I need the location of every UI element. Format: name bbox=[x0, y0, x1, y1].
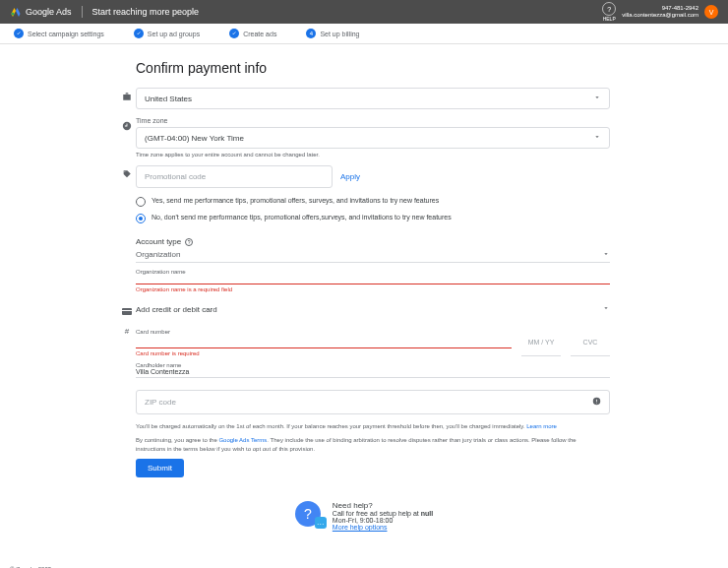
svg-point-0 bbox=[12, 13, 15, 16]
card-number-label: Card number bbox=[136, 329, 610, 335]
zip-input[interactable]: ZIP code bbox=[136, 390, 610, 414]
avatar[interactable]: V bbox=[704, 5, 718, 19]
country-select[interactable]: United States bbox=[136, 88, 610, 109]
promo-code-input[interactable]: Promotional code bbox=[136, 165, 333, 188]
email: villa.contentezza@gmail.com bbox=[622, 12, 698, 19]
card-number-input[interactable] bbox=[136, 339, 512, 348]
business-icon bbox=[118, 88, 136, 101]
question-icon: ? bbox=[295, 501, 321, 527]
expiry-input[interactable]: MM / YY bbox=[521, 339, 561, 356]
clock-icon bbox=[118, 117, 136, 131]
billing-disclaimer: You'll be charged automatically on the 1… bbox=[136, 422, 598, 430]
help-label: HELP bbox=[603, 16, 616, 22]
google-ads-logo-icon bbox=[10, 5, 22, 19]
step-4: 4Set up billing bbox=[306, 29, 359, 38]
check-icon bbox=[134, 29, 144, 38]
divider bbox=[82, 6, 83, 18]
chevron-down-icon bbox=[593, 133, 601, 143]
phone: 947-481-2942 bbox=[622, 5, 698, 12]
timezone-label: Time zone bbox=[136, 117, 610, 124]
logo: Google Ads Start reaching more people bbox=[10, 5, 199, 19]
help-button[interactable]: ? HELP bbox=[602, 2, 616, 22]
apply-promo-button[interactable]: Apply bbox=[340, 172, 360, 181]
org-name-error: Organization name is a required field bbox=[136, 286, 610, 292]
radio-yes-tips[interactable]: Yes, send me performance tips, promotion… bbox=[136, 196, 610, 207]
footer-copyright: © Google, 2023. bbox=[0, 560, 728, 568]
stepper: Select campaign settings Set up ad group… bbox=[0, 24, 728, 44]
chat-icon bbox=[315, 517, 327, 529]
check-icon bbox=[14, 29, 24, 38]
cvc-input[interactable]: CVC bbox=[571, 339, 610, 356]
page-title: Confirm payment info bbox=[136, 60, 610, 76]
app-header: Google Ads Start reaching more people ? … bbox=[0, 0, 728, 24]
step-1[interactable]: Select campaign settings bbox=[14, 29, 104, 38]
learn-more-link[interactable]: Learn more bbox=[526, 423, 557, 429]
terms-disclaimer: By continuing, you agree to the Google A… bbox=[136, 436, 598, 453]
step-3[interactable]: Create ads bbox=[229, 29, 276, 38]
main-form: Confirm payment info United States Time … bbox=[118, 44, 610, 560]
card-number-error: Card number is required bbox=[136, 350, 512, 356]
tag-icon bbox=[118, 165, 136, 179]
chevron-down-icon bbox=[602, 304, 610, 314]
org-name-input[interactable] bbox=[136, 275, 610, 284]
submit-button[interactable]: Submit bbox=[136, 459, 184, 477]
help-icon[interactable] bbox=[592, 397, 601, 408]
radio-no-tips[interactable]: No, don't send me performance tips, prom… bbox=[136, 213, 610, 223]
radio-icon bbox=[136, 197, 146, 207]
cardholder-input[interactable]: Villa Contentezza bbox=[136, 368, 610, 378]
tagline: Start reaching more people bbox=[92, 7, 200, 17]
account-type-select[interactable]: Organization bbox=[136, 250, 610, 263]
terms-link[interactable]: Google Ads Terms bbox=[218, 437, 267, 443]
help-card: ? Need help? Call for free ad setup help… bbox=[118, 501, 610, 531]
help-icon: ? bbox=[602, 2, 616, 16]
help-icon[interactable]: ? bbox=[185, 238, 193, 246]
product-name: Google Ads bbox=[26, 7, 72, 17]
account-type-label: Account type bbox=[136, 237, 181, 246]
card-icon bbox=[118, 304, 136, 315]
country-value: United States bbox=[145, 95, 192, 103]
timezone-helper: Time zone applies to your entire account… bbox=[136, 152, 610, 158]
timezone-select[interactable]: (GMT-04:00) New York Time bbox=[136, 127, 610, 149]
step-number: 4 bbox=[306, 29, 316, 38]
step-2[interactable]: Set up ad groups bbox=[134, 29, 200, 38]
chevron-down-icon bbox=[602, 250, 610, 260]
more-help-link[interactable]: More help options bbox=[333, 524, 388, 531]
radio-icon bbox=[136, 214, 146, 223]
chevron-down-icon bbox=[593, 94, 601, 103]
account-info: 947-481-2942 villa.contentezza@gmail.com bbox=[622, 5, 698, 19]
check-icon bbox=[229, 29, 239, 38]
hash-icon: # bbox=[118, 323, 136, 336]
add-card-toggle[interactable]: Add credit or debit card bbox=[136, 304, 610, 314]
need-help-title: Need help? bbox=[333, 501, 433, 510]
timezone-value: (GMT-04:00) New York Time bbox=[145, 134, 244, 143]
